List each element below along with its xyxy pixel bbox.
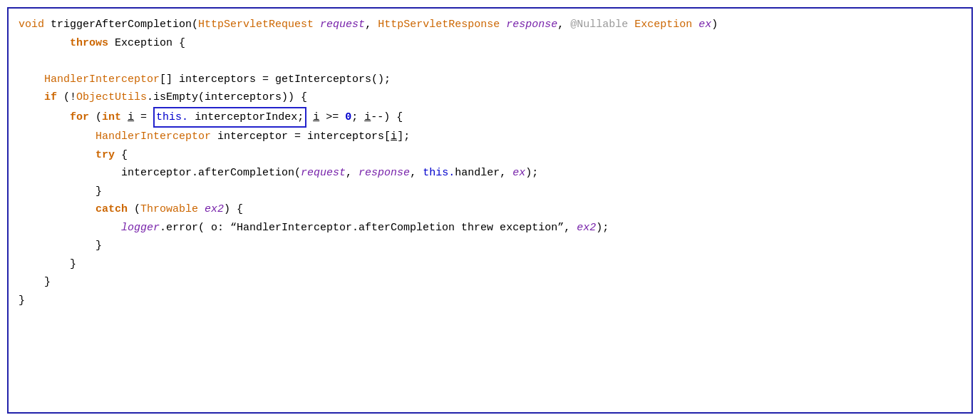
code-viewer: void triggerAfterCompletion(HttpServletR… xyxy=(7,7,973,414)
method-name: triggerAfterCompletion( xyxy=(51,16,198,34)
keyword-if: if xyxy=(44,88,57,107)
highlighted-this-interceptorindex: this. interceptorIndex; xyxy=(153,107,306,128)
code-line-4: HandlerInterceptor[] interceptors = getI… xyxy=(19,71,961,89)
keyword-catch: catch xyxy=(96,200,128,219)
type-exception: Exception xyxy=(634,16,692,34)
type-httprequest: HttpServletRequest xyxy=(198,16,314,34)
param-response: response xyxy=(506,16,557,34)
param-ex: ex xyxy=(698,16,711,34)
keyword-this-2: this. xyxy=(423,164,455,183)
code-line-12: logger.error( o: “HandlerInterceptor.aft… xyxy=(19,219,961,237)
param-ex-2: ex xyxy=(512,164,525,183)
param-ex2-2: ex2 xyxy=(577,219,596,237)
code-line-14: } xyxy=(19,255,961,274)
code-line-10: } xyxy=(19,183,961,201)
param-request: request xyxy=(320,16,365,34)
code-line-2: throws Exception { xyxy=(19,34,961,53)
type-handlerinterceptor-2: HandlerInterceptor xyxy=(96,128,211,146)
keyword-this-1: this. xyxy=(156,111,188,123)
keyword-throws: throws xyxy=(70,34,108,53)
param-request-2: request xyxy=(301,164,346,183)
code-line-empty-1 xyxy=(19,52,961,71)
keyword-for: for xyxy=(70,108,89,127)
code-line-6: for (int i = this. interceptorIndex; i >… xyxy=(19,107,961,128)
var-i-4: i xyxy=(391,128,397,146)
code-line-13: } xyxy=(19,237,961,255)
code-line-9: interceptor.afterCompletion(request, res… xyxy=(19,164,961,183)
param-ex2: ex2 xyxy=(205,200,224,219)
code-line-15: } xyxy=(19,273,961,292)
number-zero: 0 xyxy=(345,108,351,127)
code-line-16: } xyxy=(19,292,961,310)
code-line-7: HandlerInterceptor interceptor = interce… xyxy=(19,128,961,146)
type-httpresponse: HttpServletResponse xyxy=(378,16,500,34)
param-response-2: response xyxy=(359,164,410,183)
type-objectutils: ObjectUtils xyxy=(76,88,147,107)
keyword-try: try xyxy=(96,146,115,165)
type-handlerinterceptor-1: HandlerInterceptor xyxy=(44,71,160,89)
var-i-2: i xyxy=(313,108,319,127)
keyword-void: void xyxy=(19,16,51,34)
var-logger: logger xyxy=(121,219,160,237)
keyword-int: int xyxy=(102,108,121,127)
type-throwable: Throwable xyxy=(140,200,198,219)
code-line-11: catch (Throwable ex2) { xyxy=(19,200,961,219)
code-line-1: void triggerAfterCompletion(HttpServletR… xyxy=(19,16,961,34)
var-i-1: i xyxy=(128,108,134,127)
annotation-nullable: @Nullable xyxy=(570,16,628,34)
code-line-5: if (!ObjectUtils.isEmpty(interceptors)) … xyxy=(19,88,961,107)
var-i-3: i xyxy=(364,108,371,127)
code-line-8: try { xyxy=(19,146,961,165)
